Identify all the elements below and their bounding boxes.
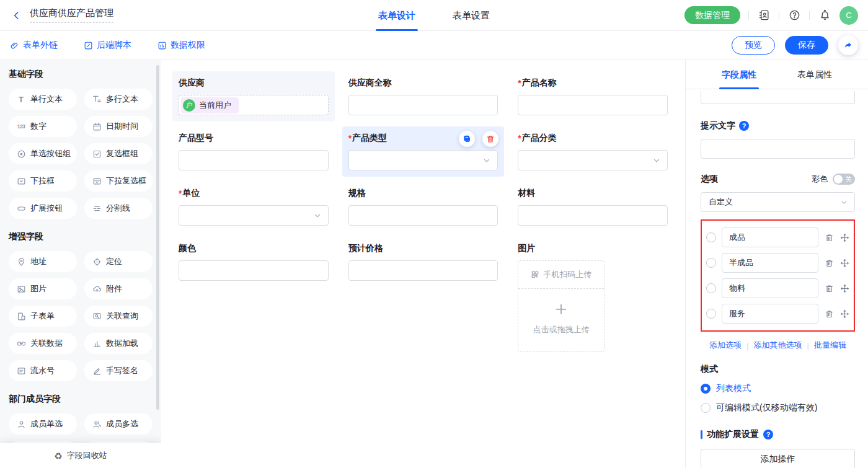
move-option-icon[interactable] bbox=[839, 258, 849, 268]
field-supplier-full-name[interactable]: 供应商全称 bbox=[342, 71, 505, 121]
option-radio[interactable] bbox=[706, 232, 716, 242]
select-icon bbox=[16, 176, 26, 186]
estimated-price-input[interactable] bbox=[348, 260, 498, 281]
option-radio[interactable] bbox=[706, 309, 716, 319]
radio-icon bbox=[701, 403, 711, 413]
sidebar-scrollbar[interactable] bbox=[156, 65, 159, 410]
tab-form-properties[interactable]: 表单属性 bbox=[796, 60, 833, 89]
preview-button[interactable]: 预览 bbox=[732, 36, 775, 55]
save-button[interactable]: 保存 bbox=[785, 36, 828, 55]
sidebar-item-address[interactable]: 地址 bbox=[9, 251, 77, 272]
section-title-basic-fields: 基础字段 bbox=[9, 69, 153, 81]
sidebar-item-linked-query[interactable]: 关联查询 bbox=[84, 306, 153, 327]
backend-script-link[interactable]: 后端脚本 bbox=[84, 40, 131, 51]
add-action-button[interactable]: 添加操作 bbox=[701, 449, 855, 468]
product-model-input[interactable] bbox=[179, 150, 329, 170]
options-source-select[interactable]: 自定义 bbox=[701, 192, 855, 212]
field-unit[interactable]: *单位 bbox=[172, 182, 335, 232]
field-product-type[interactable]: *产品类型 bbox=[342, 126, 505, 177]
extension-help-icon[interactable]: ? bbox=[763, 430, 773, 439]
sidebar-item-number[interactable]: 123 数字 bbox=[9, 116, 77, 137]
delete-field-button[interactable] bbox=[482, 131, 498, 147]
sidebar-item-location[interactable]: 定位 bbox=[84, 251, 153, 272]
field-picture[interactable]: 图片 手机扫码上传 点击或拖拽上传 bbox=[512, 237, 674, 358]
qr-upload-button[interactable]: 手机扫码上传 bbox=[518, 261, 604, 289]
field-supplier[interactable]: 供应商 户 当前用户 bbox=[172, 71, 335, 121]
field-product-model[interactable]: 产品型号 bbox=[172, 126, 335, 177]
share-button[interactable] bbox=[838, 35, 858, 55]
sidebar-item-image[interactable]: 图片 bbox=[9, 278, 77, 299]
data-permission-link[interactable]: 数据权限 bbox=[157, 40, 205, 51]
copy-field-button[interactable] bbox=[459, 131, 475, 147]
sidebar-item-divider[interactable]: 分割线 bbox=[84, 198, 153, 219]
field-title-input-partial[interactable] bbox=[701, 91, 855, 104]
color-toggle[interactable]: 关 bbox=[833, 174, 855, 185]
notifications-icon[interactable] bbox=[818, 9, 831, 22]
sidebar-item-extension-button[interactable]: 扩展按钮 bbox=[9, 198, 77, 219]
mode-list-radio[interactable]: 列表模式 bbox=[701, 383, 855, 394]
option-value-input[interactable]: 半成品 bbox=[722, 253, 818, 273]
sidebar-item-datetime[interactable]: 日期时间 bbox=[84, 116, 153, 137]
specification-input[interactable] bbox=[348, 205, 498, 226]
add-other-option-link[interactable]: 添加其他选项 bbox=[754, 340, 802, 351]
form-external-link[interactable]: 表单外链 bbox=[10, 40, 58, 51]
sidebar-item-data-load[interactable]: 数据加载 bbox=[84, 333, 153, 354]
product-category-select[interactable] bbox=[518, 150, 668, 170]
sidebar-item-linked-data[interactable]: 关联数据 bbox=[9, 333, 77, 354]
move-option-icon[interactable] bbox=[839, 232, 849, 242]
field-color[interactable]: 颜色 bbox=[172, 237, 335, 287]
sidebar-item-checkbox-group[interactable]: 复选框组 bbox=[84, 143, 153, 164]
hint-help-icon[interactable]: ? bbox=[739, 121, 749, 131]
delete-option-icon[interactable] bbox=[824, 283, 834, 293]
color-input[interactable] bbox=[179, 260, 329, 281]
field-recycle-bin[interactable]: ♻ 字段回收站 bbox=[0, 443, 161, 468]
sidebar-item-serial-number[interactable]: 流水号 bbox=[9, 360, 77, 381]
material-input[interactable] bbox=[518, 205, 668, 226]
field-specification[interactable]: 规格 bbox=[342, 182, 505, 232]
delete-option-icon[interactable] bbox=[824, 232, 834, 242]
data-manage-button[interactable]: 数据管理 bbox=[684, 6, 740, 24]
sidebar-item-single-line-text[interactable]: T 单行文本 bbox=[9, 89, 77, 110]
sidebar-item-multi-select[interactable]: 下拉复选框 bbox=[84, 170, 153, 192]
product-name-input[interactable] bbox=[518, 95, 668, 115]
field-product-category[interactable]: *产品分类 bbox=[512, 126, 674, 177]
option-value-input[interactable]: 成品 bbox=[722, 227, 818, 247]
option-radio[interactable] bbox=[706, 258, 716, 268]
contacts-icon[interactable] bbox=[757, 9, 771, 22]
move-option-icon[interactable] bbox=[839, 309, 849, 319]
supplier-input[interactable]: 户 当前用户 bbox=[179, 95, 329, 115]
sidebar-item-member-single[interactable]: 成员单选 bbox=[9, 413, 77, 435]
hint-text-input[interactable] bbox=[701, 139, 855, 159]
product-type-select[interactable] bbox=[348, 150, 498, 170]
sidebar-item-attachment[interactable]: 附件 bbox=[84, 278, 153, 299]
click-or-drag-upload[interactable]: 点击或拖拽上传 bbox=[518, 289, 604, 351]
move-option-icon[interactable] bbox=[839, 283, 849, 293]
sidebar-item-subform[interactable]: 子表单 bbox=[9, 306, 77, 327]
field-product-name[interactable]: *产品名称 bbox=[512, 71, 674, 121]
supplier-full-name-input[interactable] bbox=[348, 95, 498, 115]
sidebar-item-select[interactable]: 下拉框 bbox=[9, 170, 77, 192]
field-material[interactable]: 材料 bbox=[512, 182, 674, 232]
back-icon[interactable] bbox=[10, 9, 24, 22]
sidebar-item-radio-group[interactable]: 单选按钮组 bbox=[9, 143, 77, 164]
avatar[interactable]: C bbox=[839, 6, 858, 25]
mode-editable-radio[interactable]: 可编辑模式(仅移动端有效) bbox=[701, 402, 855, 413]
unit-select[interactable] bbox=[179, 205, 329, 226]
option-value-input[interactable]: 物料 bbox=[722, 278, 818, 298]
help-icon[interactable] bbox=[787, 9, 801, 22]
tab-form-settings[interactable]: 表单设置 bbox=[450, 0, 492, 31]
sidebar-item-member-multi[interactable]: 成员多选 bbox=[84, 413, 153, 435]
batch-edit-link[interactable]: 批量编辑 bbox=[814, 340, 846, 351]
form-title[interactable]: 供应商供应产品管理 bbox=[30, 7, 113, 23]
sidebar-item-multi-line-text[interactable]: 多行文本 bbox=[84, 89, 153, 110]
delete-option-icon[interactable] bbox=[824, 258, 834, 268]
delete-option-icon[interactable] bbox=[824, 309, 834, 319]
tab-field-properties[interactable]: 字段属性 bbox=[720, 60, 758, 89]
sidebar-item-signature[interactable]: 手写签名 bbox=[84, 360, 153, 381]
add-option-link[interactable]: 添加选项 bbox=[709, 340, 742, 351]
option-value-input[interactable]: 服务 bbox=[722, 304, 818, 324]
field-estimated-price[interactable]: 预计价格 bbox=[342, 237, 505, 287]
single-line-text-icon: T bbox=[16, 94, 26, 104]
option-radio[interactable] bbox=[706, 283, 716, 293]
tab-form-design[interactable]: 表单设计 bbox=[376, 0, 418, 31]
